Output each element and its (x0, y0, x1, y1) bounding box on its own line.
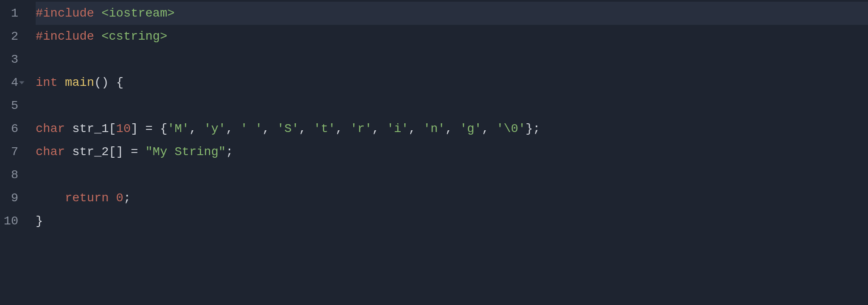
code-line[interactable]: char str_1[10] = {'M', 'y', ' ', 'S', 't… (36, 117, 868, 140)
line-number-label: 4 (11, 71, 18, 94)
line-number-label: 3 (11, 48, 18, 71)
line-number-label: 1 (11, 2, 18, 25)
code-token: <cstring> (101, 25, 167, 48)
line-number[interactable]: 7 (0, 140, 18, 163)
code-token: 0 (116, 186, 124, 210)
line-number[interactable]: 6 (0, 117, 18, 140)
code-line[interactable]: char str_2[] = "My String"; (36, 140, 868, 163)
code-token: , (189, 117, 204, 140)
code-line[interactable] (36, 48, 868, 71)
code-token: char (36, 140, 65, 163)
code-token: 10 (116, 117, 131, 140)
code-token: 'r' (350, 117, 372, 140)
code-token: , (482, 117, 496, 140)
line-number-label: 8 (11, 163, 18, 186)
code-token: ; (124, 186, 131, 210)
line-number-label: 5 (11, 94, 18, 117)
code-token: , (335, 117, 350, 140)
line-number[interactable]: 1 (0, 2, 18, 25)
code-token: , (445, 117, 460, 140)
code-token: , (409, 117, 423, 140)
line-number-label: 6 (11, 117, 18, 140)
code-token: } (36, 210, 43, 233)
code-token: , (372, 117, 387, 140)
code-token (65, 117, 72, 140)
code-line[interactable]: int main() { (36, 71, 868, 94)
code-token (65, 140, 72, 163)
code-area[interactable]: #include <iostream>#include <cstring>int… (26, 0, 868, 305)
line-number-label: 2 (11, 25, 18, 48)
code-token: [] = (109, 140, 145, 163)
line-number-gutter: 12345678910 (0, 0, 26, 305)
code-token: '\0' (496, 117, 526, 140)
code-token: char (36, 117, 65, 140)
code-token: 'M' (167, 117, 189, 140)
code-token: main (65, 71, 94, 94)
code-token: { (116, 71, 124, 94)
code-line[interactable] (36, 94, 868, 117)
code-token (57, 71, 65, 94)
code-token: [ (109, 117, 116, 140)
code-token: 'n' (423, 117, 445, 140)
code-token: "My String" (145, 140, 226, 163)
code-token: return (65, 186, 109, 210)
code-token: int (36, 71, 57, 94)
line-number[interactable]: 2 (0, 25, 18, 48)
code-token: <iostream> (101, 2, 174, 25)
code-token: ] = { (131, 117, 167, 140)
code-token: , (262, 117, 277, 140)
code-token: str_2 (72, 140, 109, 163)
line-number-label: 10 (3, 210, 18, 233)
code-token: , (299, 117, 314, 140)
code-line[interactable]: #include <iostream> (36, 2, 868, 25)
line-number[interactable]: 5 (0, 94, 18, 117)
code-editor[interactable]: 12345678910 #include <iostream>#include … (0, 0, 868, 305)
code-token: }; (526, 117, 540, 140)
code-line[interactable]: } (36, 210, 868, 233)
code-token: 'S' (277, 117, 299, 140)
line-number[interactable]: 4 (0, 71, 18, 94)
code-token: str_1 (72, 117, 109, 140)
code-token: 't' (314, 117, 335, 140)
code-token: ' ' (241, 117, 262, 140)
code-token: 'y' (204, 117, 226, 140)
line-number[interactable]: 10 (0, 210, 18, 233)
code-token (109, 186, 116, 210)
code-token: () (94, 71, 116, 94)
line-number-label: 7 (11, 140, 18, 163)
code-line[interactable]: #include <cstring> (36, 25, 868, 48)
line-number-label: 9 (11, 186, 18, 210)
line-number[interactable]: 3 (0, 48, 18, 71)
code-token: #include (36, 2, 101, 25)
fold-chevron-icon[interactable] (19, 81, 24, 84)
line-number[interactable]: 8 (0, 163, 18, 186)
code-token: ; (226, 140, 233, 163)
code-token: #include (36, 25, 101, 48)
line-number[interactable]: 9 (0, 186, 18, 210)
code-token: , (226, 117, 241, 140)
code-token (36, 186, 65, 210)
code-line[interactable] (36, 163, 868, 186)
code-line[interactable]: return 0; (36, 186, 868, 210)
code-token: 'g' (460, 117, 482, 140)
code-token: 'i' (387, 117, 409, 140)
